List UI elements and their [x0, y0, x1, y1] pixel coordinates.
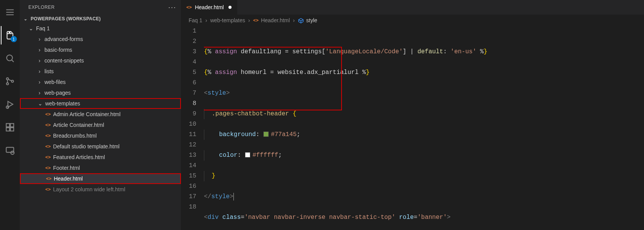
chevron-right-icon [37, 68, 42, 74]
color-swatch-icon [263, 131, 269, 137]
svg-line-4 [12, 60, 13, 62]
code-line: <style> [204, 88, 644, 99]
tree-file[interactable]: <> Footer.html [20, 163, 181, 173]
html-file-icon: <> [45, 144, 51, 149]
tree-folder-root[interactable]: Faq 1 [20, 23, 181, 34]
tree-label: Breadcrumbs.html [53, 133, 97, 139]
line-number: 8 [181, 99, 196, 109]
tree-label: Admin Article Container.html [53, 111, 120, 117]
gutter: 1 2 3 4 5 6 7 8 9 10 11 12 13 14 15 16 1… [181, 26, 204, 230]
extensions-icon[interactable] [1, 118, 19, 136]
color-swatch-icon [245, 152, 250, 158]
tree-folder[interactable]: content-snippets [20, 55, 181, 66]
explorer-header: EXPLORER ··· [20, 0, 181, 15]
chevron-right-icon: › [293, 17, 295, 23]
line-number: 3 [181, 47, 196, 57]
line-number: 4 [181, 57, 196, 67]
tree-folder[interactable]: web-files [20, 77, 181, 87]
tree-label: Default studio template.html [53, 143, 120, 150]
breadcrumb-symbol[interactable]: style [298, 17, 317, 23]
chevron-down-icon: ⌄ [23, 16, 28, 21]
line-number: 10 [181, 119, 196, 130]
breadcrumb-item[interactable]: <> Header.html [253, 17, 290, 23]
line-number: 9 [181, 109, 196, 119]
chevron-down-icon [28, 25, 34, 31]
tree-label: web-files [44, 79, 66, 85]
line-number: 11 [181, 130, 196, 140]
svg-rect-10 [6, 123, 10, 127]
line-number: 13 [181, 150, 196, 161]
tree-file[interactable]: <> Article Container.html [20, 120, 181, 130]
code-line: color: #ffffff; [204, 150, 644, 161]
explorer-sidebar: EXPLORER ··· ⌄ POWERPAGES (WORKSPACE) Fa… [20, 0, 181, 230]
tree-file[interactable]: <> Default studio template.html [20, 141, 181, 152]
chevron-right-icon [37, 36, 42, 42]
tree-label: Faq 1 [36, 25, 50, 31]
code-line: {% assign defaultlang = settings['Langua… [204, 47, 644, 57]
line-number: 17 [181, 192, 196, 202]
tree-folder[interactable]: web-pages [20, 87, 181, 98]
tree-folder-web-templates[interactable]: web-templates [20, 98, 181, 109]
tree-label: advanced-forms [44, 36, 83, 42]
html-file-icon: <> [46, 176, 51, 181]
tree-file[interactable]: <> Layout 2 column wide left.html [20, 184, 181, 195]
code-line: .pages-chatbot-header { [204, 109, 644, 119]
tree-file[interactable]: <> Featured Articles.html [20, 152, 181, 163]
line-number: 7 [181, 88, 196, 99]
tab-bar: <> Header.html [181, 0, 644, 15]
chevron-right-icon [37, 79, 42, 85]
tree-label: Featured Articles.html [53, 154, 105, 160]
breadcrumb-item[interactable]: web-templates [210, 17, 245, 23]
search-icon[interactable] [1, 49, 19, 67]
code-line: background: #77a145; [204, 130, 644, 140]
html-file-icon: <> [45, 165, 51, 171]
code-line: {% assign homeurl = website.adx_partialu… [204, 67, 644, 78]
chevron-right-icon: › [205, 17, 207, 23]
explorer-icon[interactable]: 1 [1, 26, 19, 44]
workspace-label: POWERPAGES (WORKSPACE) [31, 16, 101, 21]
tree-label: Header.html [54, 176, 82, 182]
source-control-icon[interactable] [1, 72, 19, 90]
html-file-icon: <> [45, 112, 51, 117]
code-line: } [204, 171, 644, 181]
chevron-right-icon: › [248, 17, 250, 23]
svg-rect-12 [6, 128, 10, 131]
tab-label: Header.html [195, 4, 223, 10]
chevron-right-icon [37, 47, 42, 53]
tree-label: lists [44, 68, 54, 74]
menu-icon[interactable] [1, 3, 19, 21]
tree-folder[interactable]: advanced-forms [20, 34, 181, 44]
html-file-icon: <> [45, 154, 51, 160]
symbol-icon [298, 17, 304, 23]
remote-icon[interactable] [1, 141, 19, 159]
tree-label: web-templates [45, 100, 80, 107]
code-line: </style> [204, 192, 644, 202]
explorer-actions-icon[interactable]: ··· [168, 3, 176, 12]
run-debug-icon[interactable] [1, 95, 19, 113]
tree-folder[interactable]: lists [20, 66, 181, 77]
line-number: 5 [181, 67, 196, 78]
chevron-right-icon [37, 58, 42, 64]
html-file-icon: <> [45, 133, 51, 138]
code-content[interactable]: {% assign defaultlang = settings['Langua… [204, 26, 644, 230]
tree-label: content-snippets [44, 58, 84, 64]
chevron-down-icon [38, 100, 43, 107]
line-number: 16 [181, 181, 196, 192]
tree-folder[interactable]: basic-forms [20, 44, 181, 55]
tree-file[interactable]: <> Breadcrumbs.html [20, 130, 181, 141]
svg-point-6 [6, 83, 8, 85]
line-number: 12 [181, 140, 196, 150]
line-number: 15 [181, 171, 196, 181]
workspace-section[interactable]: ⌄ POWERPAGES (WORKSPACE) [20, 15, 181, 23]
breadcrumb-item[interactable]: Faq 1 [189, 17, 202, 23]
html-file-icon: <> [45, 187, 51, 192]
tree-file[interactable]: <> Admin Article Container.html [20, 109, 181, 120]
code-line: <div class='navbar navbar-inverse navbar… [204, 212, 644, 223]
svg-rect-11 [10, 123, 14, 127]
svg-point-3 [7, 55, 12, 61]
tree-label: Article Container.html [53, 122, 104, 128]
tab-header-html[interactable]: <> Header.html [181, 0, 237, 15]
line-number: 6 [181, 78, 196, 88]
tree-file-header[interactable]: <> Header.html [20, 173, 181, 184]
code-editor[interactable]: 1 2 3 4 5 6 7 8 9 10 11 12 13 14 15 16 1… [181, 26, 644, 230]
